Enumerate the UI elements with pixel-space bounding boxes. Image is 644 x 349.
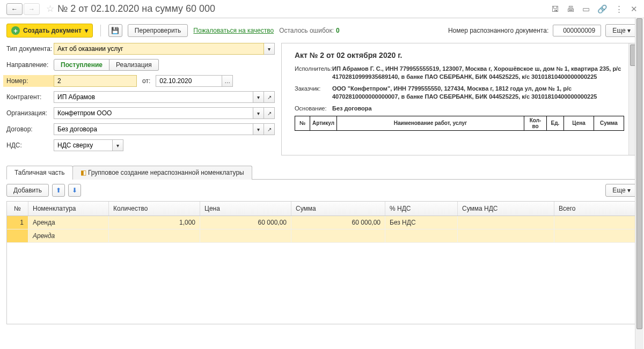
basis-label: Основание:	[295, 105, 332, 113]
cell-empty	[458, 229, 554, 242]
table-more-button[interactable]: Еще ▾	[605, 184, 638, 197]
col-number[interactable]: №	[7, 202, 28, 216]
doctype-dropdown-button[interactable]: ▾	[264, 43, 275, 55]
cell-total[interactable]	[554, 216, 637, 229]
col-nomenclature[interactable]: Номенклатура	[28, 202, 109, 216]
direction-label: Направление:	[6, 61, 54, 69]
cell-no-2	[7, 229, 28, 242]
date-picker-button[interactable]: …	[222, 75, 233, 87]
more-button[interactable]: Еще ▾	[605, 24, 638, 37]
col-sum[interactable]: Сумма	[291, 202, 385, 216]
cell-nom[interactable]: Аренда	[28, 216, 109, 229]
cell-vatsum[interactable]	[458, 216, 554, 229]
forward-button[interactable]: →	[24, 3, 40, 15]
close-icon[interactable]: ✕	[631, 4, 638, 14]
basis-value: Без договора	[332, 105, 624, 113]
col-quantity[interactable]: Количество	[109, 202, 200, 216]
cell-empty	[291, 229, 385, 242]
cell-empty	[554, 229, 637, 242]
customer-value: ООО "Конфетпром", ИНН 7799555550, 127434…	[332, 85, 624, 101]
col-total[interactable]: Всего	[554, 202, 637, 216]
executor-label: Исполнитель:	[295, 65, 332, 81]
chevron-down-icon: ▾	[85, 27, 88, 34]
org-dropdown-button[interactable]: ▾	[253, 107, 264, 119]
cell-qty[interactable]: 1,000	[109, 216, 200, 229]
counterparty-input[interactable]	[54, 91, 253, 103]
cell-nom-2[interactable]: Аренда	[28, 229, 109, 242]
vat-dropdown-button[interactable]: ▾	[113, 139, 123, 151]
col-vat[interactable]: % НДС	[385, 202, 458, 216]
main-scrollbar[interactable]	[635, 17, 643, 349]
direction-outgoing-button[interactable]: Реализация	[109, 59, 159, 71]
cell-empty	[109, 229, 200, 242]
tab-group-create[interactable]: ◧ Групповое создание нераспознанной номе…	[72, 166, 252, 180]
complain-link[interactable]: Пожаловаться на качество	[193, 27, 274, 34]
preview-title: Акт № 2 от 02 октября 2020 г.	[295, 51, 624, 60]
org-open-button[interactable]: ↗	[264, 107, 275, 119]
contract-dropdown-button[interactable]: ▾	[253, 123, 264, 135]
move-down-button[interactable]: ⬇	[68, 184, 81, 197]
recheck-button[interactable]: Перепроверить	[128, 24, 188, 37]
col-price[interactable]: Цена	[200, 202, 291, 216]
create-document-button[interactable]: + Создать документ ▾	[6, 24, 93, 38]
number-label: Номер:	[3, 75, 54, 87]
print-icon[interactable]: 🖶	[567, 4, 575, 14]
vat-input[interactable]	[54, 139, 113, 151]
col-vatsum[interactable]: Сумма НДС	[458, 202, 554, 216]
date-input[interactable]	[156, 75, 222, 87]
move-up-button[interactable]: ⬆	[52, 184, 65, 197]
contract-input[interactable]	[54, 123, 253, 135]
org-label: Организация:	[6, 109, 54, 117]
chevron-down-icon: ▾	[627, 187, 631, 194]
errors-count: 0	[336, 27, 340, 34]
more-icon[interactable]: ⋮	[615, 4, 623, 14]
cell-empty	[200, 229, 291, 242]
contract-open-button[interactable]: ↗	[264, 123, 275, 135]
cell-empty	[385, 229, 458, 242]
errors-left-label: Осталось ошибок:0	[279, 27, 340, 34]
customer-label: Заказчик:	[295, 85, 332, 101]
plus-icon: +	[11, 26, 20, 35]
save-button[interactable]: 💾	[108, 24, 122, 37]
preview-table: № Артикул Наименование работ, услуг Кол-…	[295, 116, 624, 131]
doc-number-field[interactable]: 000000009	[553, 25, 601, 36]
counterparty-dropdown-button[interactable]: ▾	[253, 91, 264, 103]
counterparty-open-button[interactable]: ↗	[264, 91, 275, 103]
back-button[interactable]: ←	[6, 3, 23, 15]
table-row[interactable]: 1 Аренда 1,000 60 000,00 60 000,00 Без Н…	[7, 216, 637, 229]
cell-sum[interactable]: 60 000,00	[291, 216, 385, 229]
chevron-down-icon: ▾	[627, 27, 631, 34]
link-icon[interactable]: 🔗	[597, 4, 608, 14]
contract-label: Договор:	[6, 125, 54, 133]
report-icon[interactable]: ▭	[582, 4, 590, 14]
doctype-label: Тип документа:	[6, 45, 54, 53]
counterparty-label: Контрагент:	[6, 93, 54, 101]
date-from-label: от:	[142, 77, 150, 85]
table-row-secondary[interactable]: Аренда	[7, 229, 637, 243]
executor-value: ИП Абрамов Г. С., ИНН 779955555519, 1230…	[332, 65, 624, 81]
create-document-label: Создать документ	[23, 27, 82, 34]
vat-label: НДС:	[6, 142, 54, 149]
cell-no[interactable]: 1	[7, 216, 28, 229]
org-input[interactable]	[54, 107, 253, 119]
cell-vat[interactable]: Без НДС	[385, 216, 458, 229]
cell-price[interactable]: 60 000,00	[200, 216, 291, 229]
add-row-button[interactable]: Добавить	[6, 184, 49, 197]
page-title: № 2 от 02.10.2020 на сумму 60 000	[57, 3, 215, 14]
favorite-icon[interactable]: ☆	[46, 3, 54, 14]
number-input[interactable]	[54, 75, 137, 87]
data-table: № Номенклатура Количество Цена Сумма % Н…	[6, 201, 638, 324]
doc-number-label: Номер распознанного документа:	[448, 27, 548, 34]
save-icon[interactable]: 🖫	[551, 4, 559, 14]
document-preview: Акт № 2 от 02 октября 2020 г. Исполнител…	[281, 43, 638, 155]
direction-incoming-button[interactable]: Поступление	[54, 59, 109, 71]
tab-table-part[interactable]: Табличная часть	[6, 166, 73, 180]
doctype-input[interactable]	[54, 43, 264, 55]
